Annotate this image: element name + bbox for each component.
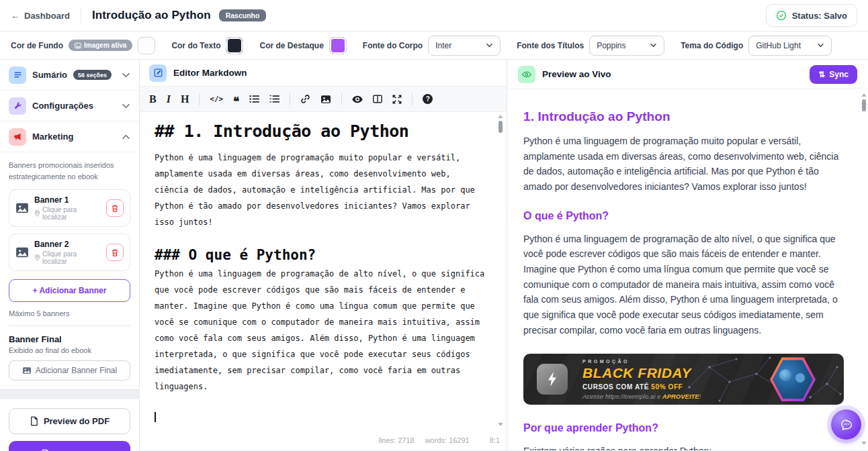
editor-panel-title: Editor Markdown	[173, 68, 247, 78]
chat-bubble-icon	[839, 417, 854, 432]
md-paragraph-1: Python é uma linguagem de programação mu…	[155, 150, 486, 230]
banner-2-title: Banner 2	[34, 240, 101, 249]
final-banner-title: Banner Final	[9, 334, 130, 344]
sync-arrows-icon: ⇅	[818, 70, 825, 79]
quote-glyph: ❝	[233, 98, 239, 105]
heading-font-label: Fonte dos Títulos	[517, 41, 584, 50]
editor-toolbar: B I H </> ❝	[140, 87, 507, 112]
add-final-banner-button[interactable]: Adicionar Banner Final	[9, 360, 130, 381]
text-color-swatch[interactable]	[226, 37, 243, 54]
chat-support-button[interactable]	[831, 409, 861, 440]
body-font-value: Inter	[435, 41, 451, 50]
preview-heading-2: O que é Python?	[523, 210, 844, 222]
banner-discount: 50% OFF	[651, 383, 683, 391]
back-arrow-icon: ←	[11, 11, 19, 21]
chevron-down-icon	[650, 43, 657, 48]
heading-glyph: H	[181, 93, 189, 105]
ordered-list-button[interactable]	[269, 95, 279, 103]
list-icon	[9, 66, 26, 84]
chevron-up-icon	[122, 134, 130, 140]
scrollbar-thumb[interactable]	[862, 99, 866, 111]
text-cursor	[155, 412, 156, 422]
sidebar: Sumário 56 seções Configurações Marketin…	[0, 60, 140, 450]
preview-paragraph-2: Python é uma linguagem de programação de…	[523, 232, 844, 338]
link-button[interactable]	[300, 94, 310, 104]
edit-pencil-icon	[149, 64, 167, 82]
add-banner-button[interactable]: + Adicionar Banner	[9, 279, 130, 302]
editor-scrollbar[interactable]	[497, 115, 503, 426]
document-title: Introdução ao Python	[92, 9, 211, 22]
markdown-editor-panel: Editor Markdown B I H </> ❝	[140, 60, 507, 450]
code-theme-select[interactable]: GitHub Light	[748, 36, 832, 56]
split-columns-button[interactable]	[373, 95, 382, 103]
heading-font-select[interactable]: Poppins	[589, 36, 664, 56]
back-to-dashboard-link[interactable]: ← Dashboard	[11, 11, 70, 21]
toolbar-separator	[341, 93, 342, 105]
banner-2-item[interactable]: Banner 2 Clique para localizar	[9, 234, 130, 271]
bold-glyph: B	[149, 93, 157, 105]
quote-button[interactable]: ❝	[233, 94, 239, 105]
sidebar-section-marketing[interactable]: Marketing	[0, 121, 139, 152]
image-active-label: Imagem ativa	[84, 42, 126, 49]
sidebar-section-configuracoes[interactable]: Configurações	[0, 91, 139, 121]
location-pin-icon	[34, 254, 40, 261]
help-glyph: ?	[423, 94, 433, 104]
scroll-down-arrow[interactable]	[498, 423, 503, 426]
accent-color-label: Cor de Destaque	[259, 41, 323, 50]
code-button[interactable]: </>	[210, 95, 223, 103]
background-color-label: Cor de Fundo	[11, 41, 63, 50]
generate-pdf-button[interactable]: Gerar PDF	[9, 441, 130, 451]
theme-settings-toolbar: Cor de Fundo Imagem ativa Cor do Texto C…	[0, 32, 868, 60]
preview-pdf-button[interactable]: Preview do PDF	[9, 408, 130, 434]
heading-button[interactable]: H	[181, 93, 189, 105]
banner-2-hint: Clique para localizar	[42, 250, 101, 265]
markdown-textarea[interactable]: ## 1. Introdução ao Python Python é uma …	[140, 112, 507, 433]
marketing-label: Marketing	[32, 132, 73, 142]
image-icon	[22, 366, 32, 374]
image-icon	[15, 246, 29, 258]
sync-button[interactable]: ⇅ Sync	[810, 65, 857, 84]
bold-button[interactable]: B	[149, 93, 157, 105]
banner-1-hint: Clique para localizar	[42, 206, 101, 221]
toolbar-separator	[412, 93, 413, 105]
save-status-indicator[interactable]: Status: Salvo	[766, 4, 857, 27]
banner-1-title: Banner 1	[34, 195, 101, 205]
marketing-panel: Banners promocionais inseridos estrategi…	[0, 152, 139, 389]
banner-1-item[interactable]: Banner 1 Clique para localizar	[9, 189, 130, 227]
draft-status-badge: Rascunho	[219, 9, 267, 21]
scrollbar-thumb[interactable]	[498, 121, 503, 133]
eye-icon	[518, 66, 535, 83]
fullscreen-button[interactable]	[392, 95, 402, 104]
scroll-down-arrow[interactable]	[861, 442, 867, 445]
image-icon	[75, 42, 81, 49]
preview-panel-title: Preview ao Vivo	[542, 69, 611, 79]
insert-image-button[interactable]	[320, 95, 331, 104]
scroll-up-arrow[interactable]	[861, 93, 867, 97]
image-active-badge: Imagem ativa	[69, 40, 132, 51]
location-pin-icon	[34, 210, 40, 217]
italic-button[interactable]: I	[167, 93, 171, 105]
bullet-list-button[interactable]	[249, 95, 259, 103]
help-button[interactable]: ?	[423, 94, 433, 104]
delete-banner-2-button[interactable]	[106, 244, 124, 261]
accent-color-swatch[interactable]	[329, 37, 347, 54]
live-preview-panel: Preview ao Vivo ⇅ Sync 1. Introdução ao …	[507, 60, 868, 450]
words-count: words: 16291	[425, 436, 470, 444]
save-status-label: Status: Salvo	[792, 11, 847, 21]
max-banners-note: Máximo 5 banners	[9, 309, 130, 317]
megaphone-icon	[9, 128, 26, 146]
scroll-up-arrow[interactable]	[498, 115, 503, 118]
preview-scrollbar[interactable]	[861, 93, 867, 445]
background-color-swatch[interactable]	[138, 37, 155, 54]
preview-paragraph-1: Python é uma linguagem de programação mu…	[523, 134, 844, 195]
sidebar-section-sumario[interactable]: Sumário 56 seções	[0, 60, 139, 91]
marketing-description: Banners promocionais inseridos estrategi…	[9, 160, 130, 183]
preview-eye-button[interactable]	[352, 95, 363, 103]
delete-banner-1-button[interactable]	[106, 199, 124, 217]
body-font-select[interactable]: Inter	[428, 36, 501, 56]
top-header: ← Dashboard Introdução ao Python Rascunh…	[0, 0, 868, 32]
italic-glyph: I	[167, 93, 171, 105]
preview-content: 1. Introdução ao Python Python é uma lin…	[507, 89, 868, 450]
toolbar-separator	[199, 93, 200, 105]
code-glyph: </>	[210, 95, 223, 103]
